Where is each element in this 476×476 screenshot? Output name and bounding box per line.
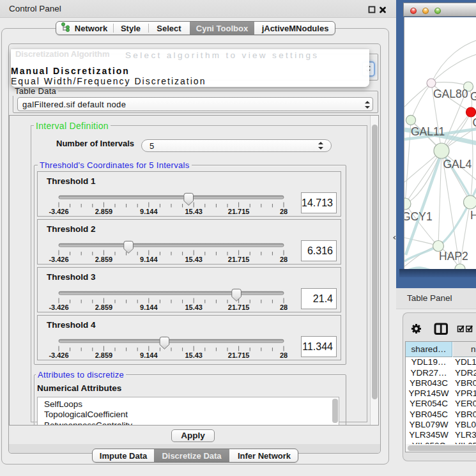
svg-text:9.144: 9.144	[140, 303, 158, 311]
svg-text:21.715: 21.715	[228, 256, 250, 263]
svg-text:15.43: 15.43	[185, 351, 203, 359]
svg-text:-3.426: -3.426	[49, 351, 68, 359]
svg-text:21.715: 21.715	[228, 208, 250, 215]
svg-text:2.859: 2.859	[95, 208, 113, 215]
svg-text:9.144: 9.144	[140, 351, 158, 359]
svg-text:HAP2: HAP2	[439, 250, 468, 263]
svg-text:28: 28	[280, 303, 288, 311]
svg-text:GAL11: GAL11	[411, 125, 445, 138]
svg-text:GAL4: GAL4	[470, 90, 476, 103]
svg-text:2.859: 2.859	[95, 303, 113, 311]
svg-text:28: 28	[280, 351, 288, 359]
svg-text:GCY1: GCY1	[404, 210, 433, 223]
svg-text:2.859: 2.859	[95, 351, 113, 359]
svg-text:28: 28	[280, 256, 288, 263]
svg-text:2.859: 2.859	[95, 256, 113, 263]
svg-text:21.715: 21.715	[228, 351, 250, 359]
svg-text:CC: CC	[473, 116, 476, 129]
svg-text:-3.426: -3.426	[49, 208, 68, 215]
svg-text:GAL80: GAL80	[433, 88, 468, 100]
svg-text:9.144: 9.144	[140, 208, 158, 215]
svg-text:15.43: 15.43	[185, 256, 203, 263]
svg-text:-3.426: -3.426	[49, 303, 68, 311]
svg-text:HIS: HIS	[470, 209, 476, 222]
svg-text:GAL4: GAL4	[443, 158, 472, 171]
svg-text:28: 28	[280, 208, 288, 215]
svg-text:-3.426: -3.426	[49, 256, 68, 263]
svg-text:9.144: 9.144	[140, 256, 158, 263]
svg-text:15.43: 15.43	[185, 208, 203, 215]
svg-text:21.715: 21.715	[228, 303, 250, 311]
svg-text:15.43: 15.43	[185, 303, 203, 311]
